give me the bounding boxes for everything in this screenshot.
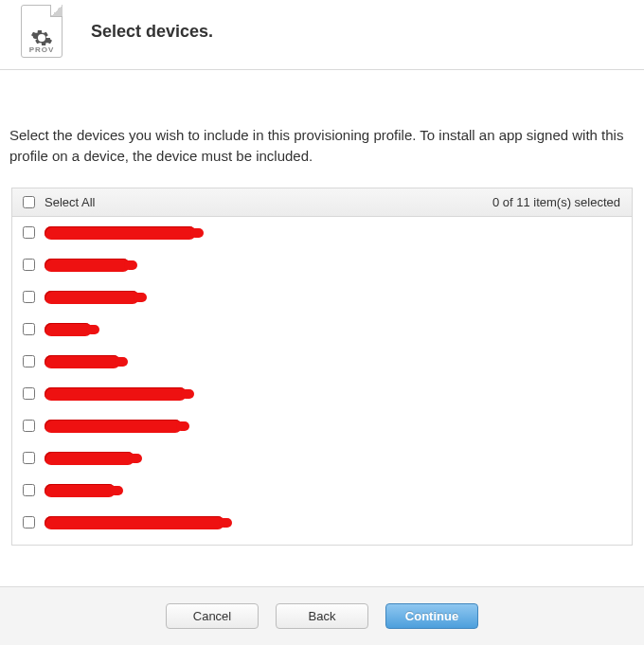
- device-checkbox[interactable]: [23, 323, 35, 335]
- redaction-mark: [45, 420, 182, 433]
- redaction-mark: [45, 516, 224, 529]
- row-checkbox-cell: [12, 452, 45, 464]
- row-checkbox-cell: [12, 291, 45, 303]
- continue-button[interactable]: Continue: [385, 603, 478, 629]
- page-title: Select devices.: [91, 22, 213, 42]
- cancel-button[interactable]: Cancel: [166, 603, 259, 629]
- redaction-mark: [45, 387, 187, 401]
- provisioning-profile-icon: PROV: [21, 5, 63, 58]
- row-checkbox-cell: [12, 420, 45, 432]
- selection-count: 0 of 11 item(s) selected: [492, 195, 632, 209]
- redaction-mark: [45, 484, 116, 497]
- table-row[interactable]: [12, 217, 632, 249]
- select-all-checkbox[interactable]: [23, 196, 35, 208]
- device-checkbox[interactable]: [23, 291, 35, 303]
- device-checkbox[interactable]: [23, 259, 35, 271]
- redaction-mark: [45, 355, 120, 368]
- table-row[interactable]: [12, 475, 632, 507]
- footer: Cancel Back Continue: [0, 586, 644, 645]
- row-checkbox-cell: [12, 226, 45, 239]
- select-all-label[interactable]: Select All: [45, 195, 492, 209]
- row-checkbox-cell: [12, 387, 45, 400]
- select-all-cell: [12, 196, 45, 208]
- icon-caption: PROV: [22, 45, 62, 54]
- table-row[interactable]: [12, 314, 632, 346]
- redaction-mark: [45, 226, 196, 240]
- row-checkbox-cell: [12, 355, 45, 367]
- table-row[interactable]: [12, 507, 632, 539]
- header: PROV Select devices.: [0, 0, 644, 70]
- redaction-mark: [45, 259, 130, 272]
- back-button[interactable]: Back: [276, 603, 368, 629]
- row-checkbox-cell: [12, 484, 45, 496]
- table-row[interactable]: [12, 281, 632, 314]
- device-checkbox[interactable]: [23, 387, 35, 400]
- device-checkbox[interactable]: [23, 226, 35, 239]
- instruction-text: Select the devices you wish to include i…: [0, 70, 644, 167]
- table-row[interactable]: [12, 378, 632, 410]
- redaction-mark: [45, 323, 92, 336]
- table-row[interactable]: [12, 249, 632, 281]
- table-header-row: Select All 0 of 11 item(s) selected: [12, 188, 632, 217]
- row-checkbox-cell: [12, 516, 45, 529]
- table-row[interactable]: [12, 442, 632, 475]
- device-checkbox[interactable]: [23, 484, 35, 496]
- table-row[interactable]: [12, 346, 632, 378]
- row-checkbox-cell: [12, 259, 45, 271]
- redaction-mark: [45, 291, 139, 304]
- devices-table: Select All 0 of 11 item(s) selected: [11, 188, 633, 546]
- device-checkbox[interactable]: [23, 516, 35, 529]
- redaction-mark: [45, 452, 134, 465]
- table-row[interactable]: [12, 410, 632, 442]
- table-body[interactable]: [12, 217, 632, 545]
- device-checkbox[interactable]: [23, 420, 35, 432]
- device-checkbox[interactable]: [23, 355, 35, 367]
- row-checkbox-cell: [12, 323, 45, 335]
- device-checkbox[interactable]: [23, 452, 35, 464]
